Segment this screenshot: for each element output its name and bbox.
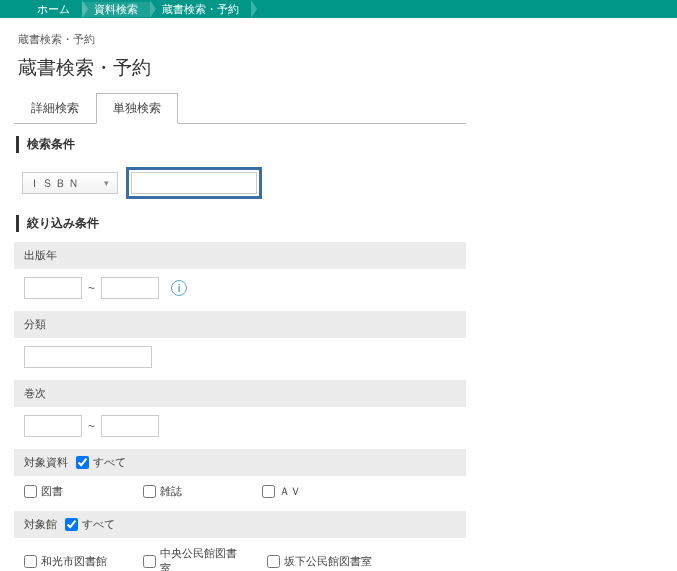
pubyear-to-input[interactable]: [101, 277, 159, 299]
tilde: ~: [86, 419, 97, 433]
library-all-checkbox[interactable]: [65, 518, 78, 531]
classification-input[interactable]: [24, 346, 152, 368]
material-av-checkbox[interactable]: [262, 485, 275, 498]
tab-single[interactable]: 単独検索: [96, 93, 178, 124]
material-magazine-label: 雑誌: [160, 484, 182, 499]
info-icon[interactable]: i: [171, 280, 187, 296]
material-av-label: ＡＶ: [279, 484, 301, 499]
tilde: ~: [86, 281, 97, 295]
library-2-label: 坂下公民館図書室: [284, 554, 372, 569]
section-filters: 絞り込み条件: [16, 215, 466, 232]
material-options: 図書 雑誌 ＡＶ: [14, 476, 466, 507]
filter-library-label: 対象館: [24, 517, 57, 532]
library-0-label: 和光市図書館: [41, 554, 107, 569]
library-1-checkbox[interactable]: [143, 555, 156, 568]
library-0-checkbox[interactable]: [24, 555, 37, 568]
filter-material-label: 対象資料: [24, 455, 68, 470]
material-all-checkbox[interactable]: [76, 456, 89, 469]
search-field-value: ＩＳＢＮ: [29, 176, 81, 191]
filter-volume-head: 巻次: [14, 380, 466, 407]
section-conditions: 検索条件: [16, 136, 466, 153]
volume-from-input[interactable]: [24, 415, 82, 437]
material-book-checkbox[interactable]: [24, 485, 37, 498]
search-field-select[interactable]: ＩＳＢＮ: [22, 172, 118, 194]
filter-library-head: 対象館 すべて: [14, 511, 466, 538]
mini-title: 蔵書検索・予約: [18, 32, 663, 47]
search-input-highlight: [126, 167, 262, 199]
page-title: 蔵書検索・予約: [18, 55, 663, 81]
material-all-label: すべて: [93, 455, 126, 470]
tab-detail[interactable]: 詳細検索: [14, 93, 96, 123]
volume-to-input[interactable]: [101, 415, 159, 437]
tabs: 詳細検索 単独検索: [14, 93, 466, 124]
material-magazine-checkbox[interactable]: [143, 485, 156, 498]
material-book-label: 図書: [41, 484, 63, 499]
library-options: 和光市図書館 中央公民館図書室 坂下公民館図書室 南公民館図書室 下新倉分館: [14, 538, 466, 571]
breadcrumb-catalog[interactable]: 蔵書検索・予約: [150, 2, 251, 17]
filter-material-head: 対象資料 すべて: [14, 449, 466, 476]
filter-pubyear-head: 出版年: [14, 242, 466, 269]
breadcrumb-search[interactable]: 資料検索: [82, 2, 150, 17]
search-input[interactable]: [131, 172, 257, 194]
library-1-label: 中央公民館図書室: [160, 546, 243, 571]
library-2-checkbox[interactable]: [267, 555, 280, 568]
breadcrumb: ホーム 資料検索 蔵書検索・予約: [0, 0, 677, 18]
pubyear-from-input[interactable]: [24, 277, 82, 299]
library-all-label: すべて: [82, 517, 115, 532]
breadcrumb-home[interactable]: ホーム: [25, 2, 82, 17]
filter-classification-head: 分類: [14, 311, 466, 338]
